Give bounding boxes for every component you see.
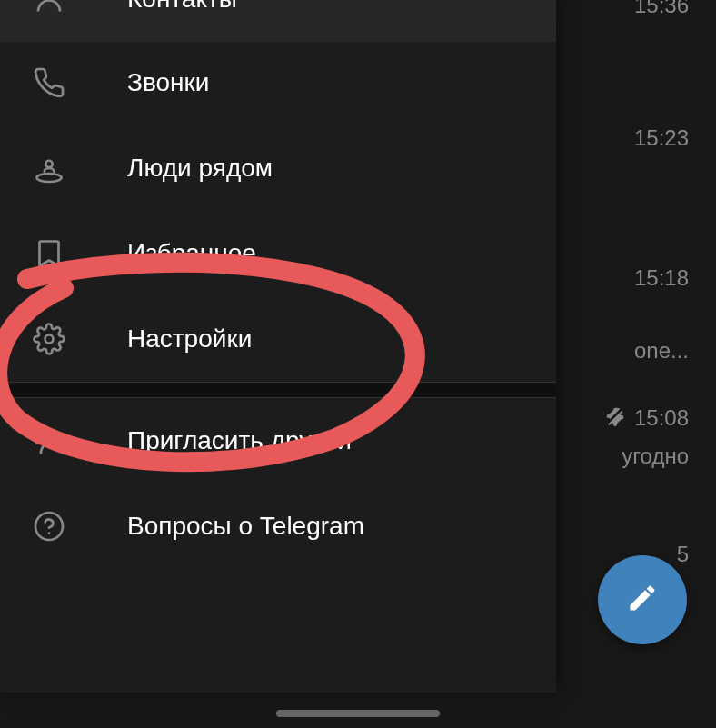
chat-time: 15:18 [634,265,689,291]
menu-label: Вопросы о Telegram [127,512,364,541]
add-user-icon [33,424,65,457]
home-indicator[interactable] [276,710,440,717]
menu-label: Пригласить друзей [127,426,352,455]
svg-point-7 [35,513,63,540]
chat-list-item[interactable]: 15:36 [634,0,689,18]
mute-icon [605,406,625,431]
chat-time: 5 [677,542,689,567]
menu-label: Звонки [127,68,209,97]
chat-list-item[interactable]: 15:18 [634,265,689,291]
navigation-drawer: Контакты Звонки Люди рядом Избранное Нас… [0,0,556,693]
chat-list-item[interactable]: 15:23 [634,125,689,151]
people-nearby-icon [33,152,65,184]
menu-label: Настройки [127,324,252,354]
bookmark-icon [33,237,65,270]
pencil-icon [626,582,659,618]
chat-time: 15:23 [634,125,689,151]
menu-label: Контакты [127,0,237,14]
gear-icon [33,323,65,355]
svg-point-3 [45,335,54,344]
svg-point-1 [45,161,53,168]
svg-point-2 [37,174,62,182]
menu-item-invite-friends[interactable]: Пригласить друзей [0,398,556,484]
menu-item-contacts[interactable]: Контакты [0,0,556,42]
chat-list-snippet: угодно [622,444,689,469]
chat-time: 15:36 [634,0,689,18]
phone-icon [33,66,65,99]
chat-list-snippet: one... [634,338,689,364]
svg-point-4 [46,430,57,441]
chat-list-item[interactable]: 15:08 [605,405,689,431]
menu-item-faq[interactable]: Вопросы о Telegram [0,484,556,569]
menu-divider [0,382,556,398]
menu-label: Избранное [127,239,256,268]
user-icon [33,0,65,15]
compose-fab[interactable] [598,555,687,644]
chat-time: 15:08 [634,405,689,431]
menu-item-calls[interactable]: Звонки [0,40,556,125]
help-icon [33,510,65,543]
chat-list-item[interactable]: 5 [677,542,689,567]
menu-item-people-nearby[interactable]: Люди рядом [0,125,556,211]
menu-item-settings[interactable]: Настройки [0,296,556,382]
menu-item-saved[interactable]: Избранное [0,211,556,296]
menu-label: Люди рядом [127,154,273,183]
